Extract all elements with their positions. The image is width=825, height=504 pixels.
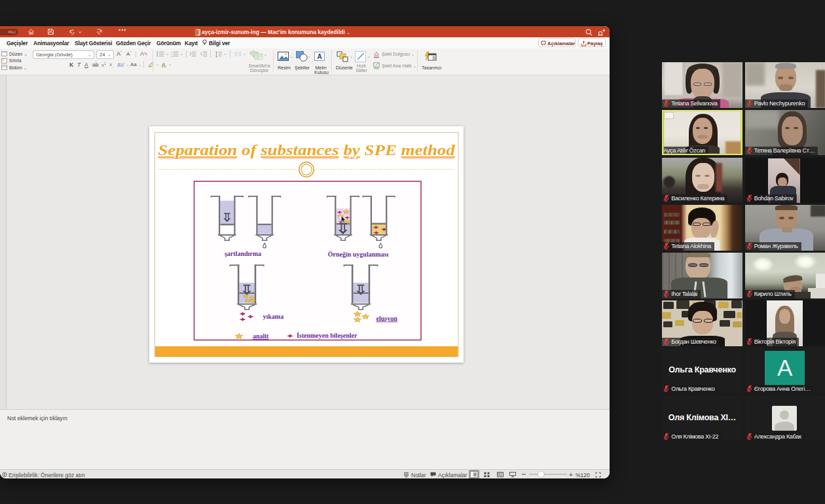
svg-text:şartlandırma: şartlandırma xyxy=(225,250,261,257)
svg-text:yıkama: yıkama xyxy=(263,313,284,320)
svg-text:Örneğin uygulanması: Örneğin uygulanması xyxy=(328,250,389,258)
svg-text:İstenmeyen bileşenler: İstenmeyen bileşenler xyxy=(297,332,358,339)
svg-text:elusyon: elusyon xyxy=(376,315,398,322)
svg-text:analit: analit xyxy=(253,333,269,340)
svg-text:A: A xyxy=(317,53,321,60)
